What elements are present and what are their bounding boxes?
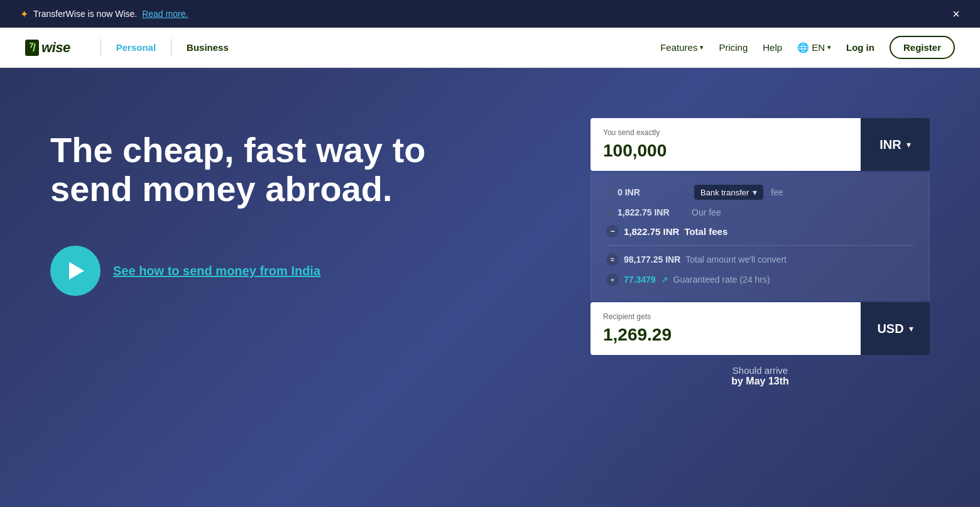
nav-pricing[interactable]: Pricing [719,42,748,53]
arrive-line2: by May 13th [591,376,930,387]
send-currency-chevron-icon: ▾ [906,139,911,150]
bullet-2 [606,209,612,215]
rate-trend-icon: ↗ [661,275,668,285]
method-chevron-icon: ▾ [753,187,757,197]
announcement-link[interactable]: Read more. [142,9,188,19]
announcement-text: TransferWise is now Wise. [33,9,137,19]
nav-divider [101,39,101,57]
fee-method-selector[interactable]: Bank transfer ▾ [694,185,763,200]
minus-circle-icon: − [606,225,619,237]
navbar-left: ⁷/ wise Personal Business [25,39,234,57]
rate-desc: Guaranteed rate (24 hrs) [673,275,770,285]
recipient-row: Recipient gets 1,269.29 USD ▾ [591,302,930,355]
nav-language[interactable]: 🌐 EN ▾ [797,42,831,53]
recipient-currency-chevron-icon: ▾ [909,324,913,334]
fee-method-text: Bank transfer [700,188,749,197]
rate-row: ÷ 77.3479 ↗ Guaranteed rate (24 hrs) [606,273,914,286]
divider [606,245,914,246]
announcement-left: ✦ TransferWise is now Wise. Read more. [20,8,188,20]
play-button[interactable] [50,246,101,296]
nav-features[interactable]: Features ▾ [660,42,704,53]
navbar: ⁷/ wise Personal Business Features ▾ Pri… [0,28,980,68]
hero-title: The cheap, fast way to send money abroad… [50,131,440,208]
send-currency-selector[interactable]: INR ▾ [861,118,930,171]
recipient-value: 1,269.29 [603,325,848,345]
fee-row2-amount: 1,822.75 INR [618,207,687,217]
language-chevron-icon: ▾ [827,43,831,52]
convert-desc: Total amount we'll convert [685,254,787,264]
send-input[interactable] [603,141,848,161]
convert-amount: 98,177.25 INR [624,254,680,264]
total-fees-row: − 1,822.75 INR Total fees [606,225,914,237]
equals-circle-icon: = [606,253,619,266]
bullet-1 [606,189,612,195]
navbar-right: Features ▾ Pricing Help 🌐 EN ▾ Log in Re… [660,36,955,59]
fee-row1-desc: fee [771,187,783,197]
recipient-box: Recipient gets 1,269.29 [591,302,861,355]
recipient-currency-selector[interactable]: USD ▾ [861,302,930,355]
nav-tab-business[interactable]: Business [182,42,234,53]
send-input-box: You send exactly [591,118,861,171]
send-currency-text: INR [879,138,901,152]
fee-row2-desc: Our fee [692,207,721,217]
recipient-label: Recipient gets [603,312,848,321]
login-button[interactable]: Log in [846,42,874,53]
globe-icon: 🌐 [797,42,809,53]
recipient-currency-text: USD [877,322,903,336]
nav-help[interactable]: Help [763,42,782,53]
wise-logo-icon: ⁷/ [25,40,39,56]
wise-logo-text: wise [41,40,70,56]
total-fees-label: Total fees [684,226,727,237]
play-icon [69,262,84,280]
arrive-line1: Should arrive [732,365,788,376]
hero-right: You send exactly INR ▾ 0 INR Bank transf… [591,118,930,387]
video-link[interactable]: See how to send money from India [113,264,320,278]
divide-circle-icon: ÷ [606,273,619,286]
fee-breakdown: 0 INR Bank transfer ▾ fee 1,822.75 INR O… [591,172,930,301]
rate-value: 77.3479 [624,275,656,285]
close-announcement-button[interactable]: × [952,8,960,20]
fee-row-1: 0 INR Bank transfer ▾ fee [606,185,914,200]
fee-row-2: 1,822.75 INR Our fee [606,207,914,217]
nav-divider-2 [171,39,172,57]
hero-section: The cheap, fast way to send money abroad… [0,68,980,507]
wise-logo[interactable]: ⁷/ wise [25,40,70,56]
convert-row: = 98,177.25 INR Total amount we'll conve… [606,253,914,266]
fee-row1-amount: 0 INR [618,187,687,197]
nav-tab-personal[interactable]: Personal [111,42,161,53]
send-label: You send exactly [603,128,848,137]
announcement-banner: ✦ TransferWise is now Wise. Read more. × [0,0,980,28]
send-amount-row: You send exactly INR ▾ [591,118,930,171]
arrival-info: Should arrive by May 13th [591,365,930,387]
total-fees-amount: 1,822.75 INR [624,226,679,237]
hero-left: The cheap, fast way to send money abroad… [50,118,553,296]
register-button[interactable]: Register [890,36,955,59]
star-icon: ✦ [20,8,28,20]
features-chevron-icon: ▾ [700,43,704,52]
calculator: You send exactly INR ▾ 0 INR Bank transf… [591,118,930,387]
hero-video-section: See how to send money from India [50,246,553,296]
